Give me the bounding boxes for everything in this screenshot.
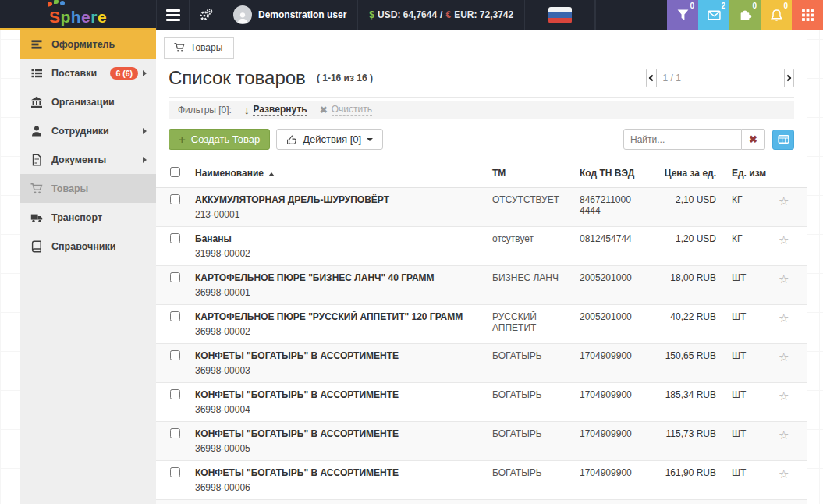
product-code[interactable]: 36998-00003 <box>195 365 483 376</box>
currency-rates: $ USD: 64,7644 / € EUR: 72,3742 <box>357 0 525 30</box>
book-icon <box>30 240 43 253</box>
table-row[interactable]: КОНФЕТЫ "БОГАТЫРЬ" В АССОРТИМЕНТЕ 36998-… <box>156 383 807 422</box>
row-checkbox[interactable] <box>170 350 180 360</box>
table-body: АККУМУЛЯТОРНАЯ ДРЕЛЬ-ШУРУПОВЁРТ 213-0000… <box>156 188 807 504</box>
row-checkbox[interactable] <box>170 467 180 477</box>
messages-button[interactable]: 2 <box>698 0 729 30</box>
actions-dropdown-button[interactable]: Действия [0] <box>276 129 383 150</box>
favorite-star-icon[interactable]: ☆ <box>779 389 789 403</box>
prev-page-button[interactable] <box>647 69 657 87</box>
header-unit[interactable]: Ед. изм <box>727 159 774 188</box>
product-tnved: 1704909900 <box>575 422 653 461</box>
product-code[interactable]: 36998-00001 <box>195 287 483 298</box>
chevron-left-icon <box>649 75 655 81</box>
sidebar-item-goods[interactable]: Товары <box>20 174 156 203</box>
product-code[interactable]: 36998-00006 <box>195 482 483 493</box>
product-code[interactable]: 31998-00002 <box>195 248 483 259</box>
product-code[interactable]: 36998-00002 <box>195 326 483 337</box>
product-name[interactable]: Бананы <box>195 233 483 244</box>
usd-rate: USD: 64,7644 <box>378 9 437 20</box>
logo-letter: r <box>90 8 98 26</box>
product-name[interactable]: КОНФЕТЫ "БОГАТЫРЬ" В АССОРТИМЕНТЕ <box>195 467 483 478</box>
sidebar-item-employees[interactable]: Сотрудники <box>20 116 156 145</box>
plugins-button[interactable]: 0 <box>729 0 761 30</box>
product-name[interactable]: КАРТОФЕЛЬНОЕ ПЮРЕ "РУССКИЙ АППЕТИТ" 120 … <box>195 311 483 322</box>
sidebar-item-documents[interactable]: Документы <box>20 145 156 174</box>
table-row[interactable]: Бананы 31998-00002 отсутвует 0812454744 … <box>156 227 807 266</box>
list-icon <box>30 67 43 80</box>
product-name[interactable]: КОНФЕТЫ "БОГАТЫРЬ" В АССОРТИМЕНТЕ <box>195 389 483 400</box>
row-checkbox[interactable] <box>170 428 180 438</box>
favorite-star-icon[interactable]: ☆ <box>779 233 789 247</box>
product-code[interactable]: 36998-00004 <box>195 404 483 415</box>
settings-button[interactable] <box>189 0 222 30</box>
sidebar-item-transport[interactable]: Транспорт <box>20 203 156 232</box>
chevron-right-icon <box>143 157 147 163</box>
page-title: Список товаров <box>169 67 306 89</box>
sidebar-item-organizations[interactable]: Организации <box>20 87 156 116</box>
page-number-input[interactable] <box>657 69 784 87</box>
row-checkbox[interactable] <box>170 311 180 321</box>
favorite-star-icon[interactable]: ☆ <box>779 194 789 208</box>
table-row[interactable]: КАРТОФЕЛЬНОЕ ПЮРЕ "БИЗНЕС ЛАНЧ" 40 ГРАММ… <box>156 266 807 305</box>
product-name[interactable]: АККУМУЛЯТОРНАЯ ДРЕЛЬ-ШУРУПОВЁРТ <box>195 194 483 205</box>
user-icon <box>30 125 43 137</box>
items-count: ( 1-16 из 16 ) <box>317 73 373 83</box>
product-tnved: 1704909900 <box>575 461 653 500</box>
search-input[interactable] <box>623 129 742 150</box>
menu-toggle-button[interactable] <box>156 0 189 30</box>
next-page-button[interactable] <box>784 69 794 87</box>
product-unit: ШТ <box>727 500 774 504</box>
table-settings-button[interactable] <box>772 130 794 150</box>
logo-letter: h <box>71 8 81 26</box>
clear-search-button[interactable]: ✖ <box>742 129 765 150</box>
table-row[interactable]: КОНФЕТЫ "БОГАТЫРЬ" В АССОРТИМЕНТЕ 36998-… <box>156 500 807 504</box>
language-switcher[interactable] <box>525 0 595 30</box>
select-all-checkbox[interactable] <box>170 167 180 177</box>
tab-goods[interactable]: Товары <box>164 37 234 59</box>
row-checkbox[interactable] <box>170 389 180 399</box>
row-checkbox[interactable] <box>170 194 180 204</box>
product-code[interactable]: 36998-00005 <box>195 443 483 454</box>
filter-button[interactable]: 0 <box>667 0 698 30</box>
favorite-star-icon[interactable]: ☆ <box>779 428 789 442</box>
logo[interactable]: Sphere <box>0 0 156 30</box>
topbar-action-buttons: 0 2 0 0 <box>667 0 823 30</box>
favorite-star-icon[interactable]: ☆ <box>779 467 789 481</box>
chevron-right-icon <box>143 70 147 76</box>
clear-filters-link[interactable]: ✖ Очистить <box>320 104 372 116</box>
notification-badge: 2 <box>721 2 725 10</box>
sidebar-item-supplies[interactable]: Поставки 6 (6) <box>20 59 156 87</box>
create-product-button[interactable]: + Создать Товар <box>169 129 270 150</box>
table-row[interactable]: КОНФЕТЫ "БОГАТЫРЬ" В АССОРТИМЕНТЕ 36998-… <box>156 461 807 500</box>
favorite-star-icon[interactable]: ☆ <box>779 272 789 286</box>
table-row[interactable]: КАРТОФЕЛЬНОЕ ПЮРЕ "РУССКИЙ АППЕТИТ" 120 … <box>156 305 807 344</box>
product-tnved: 1704909900 <box>575 500 653 504</box>
product-name[interactable]: КАРТОФЕЛЬНОЕ ПЮРЕ "БИЗНЕС ЛАНЧ" 40 ГРАММ <box>195 272 483 283</box>
favorite-star-icon[interactable]: ☆ <box>779 350 789 364</box>
notifications-button[interactable]: 0 <box>761 0 792 30</box>
row-checkbox[interactable] <box>170 233 180 243</box>
favorite-star-icon[interactable]: ☆ <box>779 311 789 325</box>
product-name[interactable]: КОНФЕТЫ "БОГАТЫРЬ" В АССОРТИМЕНТЕ <box>195 428 483 439</box>
table-row[interactable]: АККУМУЛЯТОРНАЯ ДРЕЛЬ-ШУРУПОВЁРТ 213-0000… <box>156 188 807 227</box>
header-favorite <box>774 159 807 188</box>
product-tm: БОГАТЫРЬ <box>488 461 575 500</box>
product-price: 115,73 RUB <box>653 422 727 461</box>
apps-button[interactable] <box>792 0 823 30</box>
sidebar-item-references[interactable]: Справочники <box>20 232 156 261</box>
user-menu[interactable]: Demonstration user <box>222 0 357 30</box>
clear-x-icon: ✖ <box>749 133 757 145</box>
row-checkbox[interactable] <box>170 272 180 282</box>
header-tm[interactable]: ТМ <box>488 159 575 188</box>
product-code[interactable]: 213-00001 <box>195 209 483 220</box>
header-tnved[interactable]: Код ТН ВЭД <box>575 159 653 188</box>
table-row[interactable]: КОНФЕТЫ "БОГАТЫРЬ" В АССОРТИМЕНТЕ 36998-… <box>156 422 807 461</box>
expand-filters-link[interactable]: ↓ Развернуть <box>244 104 307 116</box>
table-row[interactable]: КОНФЕТЫ "БОГАТЫРЬ" В АССОРТИМЕНТЕ 36998-… <box>156 344 807 383</box>
header-name[interactable]: Наименование <box>190 159 488 188</box>
product-name[interactable]: КОНФЕТЫ "БОГАТЫРЬ" В АССОРТИМЕНТЕ <box>195 350 483 361</box>
sidebar-item-designer[interactable]: Оформитель <box>20 30 156 59</box>
sidebar-menu: Оформитель Поставки 6 (6) Организации Со… <box>20 30 156 504</box>
header-price[interactable]: Цена за ед. <box>653 159 727 188</box>
